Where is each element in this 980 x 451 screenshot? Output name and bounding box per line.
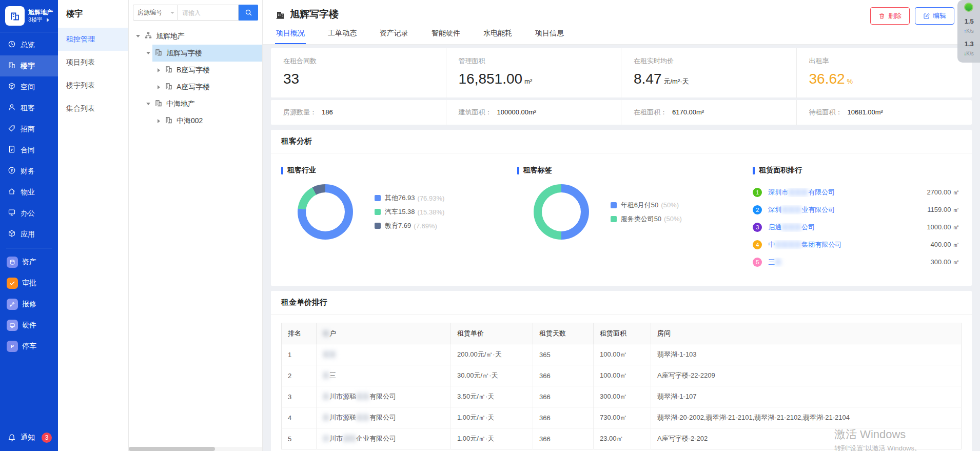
sidebar-item-contract[interactable]: 合同 xyxy=(0,140,58,161)
stat-value: 16,851.00m² xyxy=(459,71,609,87)
sidebar-item-tenant[interactable]: 租客 xyxy=(0,97,58,119)
legend-item: 年租6月付50(50%) xyxy=(611,201,682,210)
tree-node[interactable]: 中海002 xyxy=(129,112,262,129)
tree-node[interactable]: B座写字楼 xyxy=(129,62,262,79)
sidebar-item-notifications[interactable]: 通知 3 xyxy=(0,433,58,451)
stat-secondary-cell: 建筑面积：100000.00m² xyxy=(446,100,622,125)
stat-cell: 管理面积16,851.00m² xyxy=(446,48,622,97)
building-tree-panel: 房源编号 旭辉地产旭辉写字楼B座写字楼A座写字楼中海地产中海002 xyxy=(129,0,263,451)
caret-right-icon[interactable] xyxy=(154,85,163,89)
tree-node[interactable]: 旭辉写字楼 xyxy=(129,45,262,62)
net-speed-widget[interactable]: 1.5↑K/s 1.3↓K/s xyxy=(957,0,980,63)
table-row: 1某某200.00元/㎡·天365100.00㎡翡翠湖-1-103 xyxy=(282,344,962,365)
company-link[interactable]: 深圳市某某某有限公司 xyxy=(768,188,923,197)
tab[interactable]: 项目信息 xyxy=(534,24,565,44)
sidebar-item-label: 财务 xyxy=(21,167,35,176)
sidebar-item-leasing[interactable]: 招商 xyxy=(0,119,58,140)
tenant-link[interactable]: 某三 xyxy=(317,365,451,386)
tenant-icon xyxy=(8,103,21,113)
stat-label: 管理面积 xyxy=(459,56,609,66)
rank-area-value: 1159.00 ㎡ xyxy=(927,205,959,214)
sidebar-item-label: 租客 xyxy=(21,104,35,113)
delete-button[interactable]: 删除 xyxy=(870,7,910,25)
table-row: 2某三30.00元/㎡·天366100.00㎡A座写字楼-22-2209 xyxy=(282,365,962,386)
company-link[interactable]: 中某某某某集团有限公司 xyxy=(768,240,926,249)
caret-right-icon[interactable] xyxy=(154,119,163,123)
area-rank-row: 4中某某某某集团有限公司400.00 ㎡ xyxy=(753,238,959,251)
tab[interactable]: 资产记录 xyxy=(379,24,409,44)
cell-rank: 4 xyxy=(282,407,317,428)
search-field-select[interactable]: 房源编号 xyxy=(133,5,178,21)
building-icon xyxy=(165,116,177,126)
rank-area-value: 1000.00 ㎡ xyxy=(927,223,959,232)
tree-node[interactable]: A座写字楼 xyxy=(129,79,262,95)
sidebar-item-label: 楼宇 xyxy=(21,62,35,71)
edit-button[interactable]: 编辑 xyxy=(915,7,954,25)
sidebar-item-building[interactable]: 楼宇 xyxy=(0,55,58,76)
brand-block[interactable]: 旭辉地产 3楼宇 xyxy=(0,0,58,32)
legend-swatch xyxy=(611,202,617,208)
sidebar-item-overview[interactable]: 总览 xyxy=(0,34,58,55)
brand-expand-icon[interactable] xyxy=(47,18,49,22)
sidebar-tool-parking[interactable]: P停车 xyxy=(0,336,58,357)
cell-price: 1.00元/㎡·天 xyxy=(451,407,533,428)
overview-icon xyxy=(8,40,21,50)
tree-search-bar: 房源编号 xyxy=(129,0,262,25)
company-link[interactable]: 三某 xyxy=(768,258,926,267)
caret-down-icon[interactable] xyxy=(134,35,142,37)
trash-icon xyxy=(878,13,885,19)
tab[interactable]: 工单动态 xyxy=(327,24,358,44)
sidebar-item-office[interactable]: 办公 xyxy=(0,203,58,224)
stat-cell: 在租合同数33 xyxy=(271,48,446,97)
tab[interactable]: 智能硬件 xyxy=(430,24,461,44)
tree-horizontal-scrollbar[interactable] xyxy=(129,447,262,451)
sidebar-item-finance[interactable]: 财务 xyxy=(0,161,58,182)
tenant-link[interactable]: 某川市源聪某某有限公司 xyxy=(317,386,451,407)
sidebar-tool-asset[interactable]: 资产 xyxy=(0,251,58,272)
tree-search-input[interactable] xyxy=(178,5,239,21)
cell-days: 366 xyxy=(533,365,594,386)
tab[interactable]: 项目概况 xyxy=(275,24,306,44)
office-icon xyxy=(8,208,21,218)
tenant-link[interactable]: 某某 xyxy=(317,344,451,365)
caret-down-icon[interactable] xyxy=(144,103,152,105)
sidebar-nav: 总览楼宇空间租客招商合同财务物业办公应用 xyxy=(0,34,58,245)
menu-item[interactable]: 项目列表 xyxy=(58,51,128,74)
caret-down-icon[interactable] xyxy=(144,52,152,54)
area-ranking-section: 租赁面积排行 1深圳市某某某有限公司2700.00 ㎡2深圳某某某业有限公司11… xyxy=(753,159,959,272)
stat-secondary-cell: 在租面积：6170.00m² xyxy=(621,100,797,125)
tree-node[interactable]: 旭辉地产 xyxy=(129,28,262,45)
menu-item[interactable]: 租控管理 xyxy=(58,28,128,51)
cell-price: 3.50元/㎡·天 xyxy=(451,386,533,407)
tab[interactable]: 水电能耗 xyxy=(482,24,513,44)
area-rank-row: 5三某300.00 ㎡ xyxy=(753,255,959,269)
area-rank-row: 3启通某某某公司1000.00 ㎡ xyxy=(753,220,959,234)
section-bar xyxy=(281,167,283,174)
sidebar-tool-label: 资产 xyxy=(22,258,36,267)
tree-node[interactable]: 中海地产 xyxy=(129,95,262,112)
sidebar-tool-hardware[interactable]: 硬件 xyxy=(0,315,58,336)
sidebar-tool-repair[interactable]: 报修 xyxy=(0,293,58,315)
company-link[interactable]: 启通某某某公司 xyxy=(768,223,923,232)
sidebar-item-space[interactable]: 空间 xyxy=(0,76,58,97)
sidebar-item-label: 物业 xyxy=(21,188,35,197)
company-logo-icon xyxy=(9,10,21,22)
parking-icon: P xyxy=(7,341,18,352)
cell-rank: 1 xyxy=(282,344,317,365)
stat-label: 在租合同数 xyxy=(283,56,434,66)
caret-right-icon[interactable] xyxy=(154,68,163,72)
tenant-link[interactable]: 某川市源联某某有限公司 xyxy=(317,407,451,428)
cell-days: 366 xyxy=(533,407,594,428)
stat-cell: 在租实时均价8.47元/m²·天 xyxy=(621,48,797,97)
sidebar-item-property[interactable]: 物业 xyxy=(0,182,58,203)
tenant-industry-donut xyxy=(298,184,353,240)
menu-item[interactable]: 集合列表 xyxy=(58,97,128,120)
tenant-link[interactable]: 深川市源聪企业有限公司 xyxy=(317,428,451,449)
sidebar-tool-approval[interactable]: 审批 xyxy=(0,272,58,293)
cell-rooms: A座写字楼-2-202 xyxy=(651,428,962,449)
menu-item[interactable]: 楼宇列表 xyxy=(58,74,128,97)
tree-search-button[interactable] xyxy=(239,5,258,21)
building-icon xyxy=(165,65,177,75)
sidebar-item-apps[interactable]: 应用 xyxy=(0,224,58,245)
company-link[interactable]: 深圳某某某业有限公司 xyxy=(768,205,923,214)
